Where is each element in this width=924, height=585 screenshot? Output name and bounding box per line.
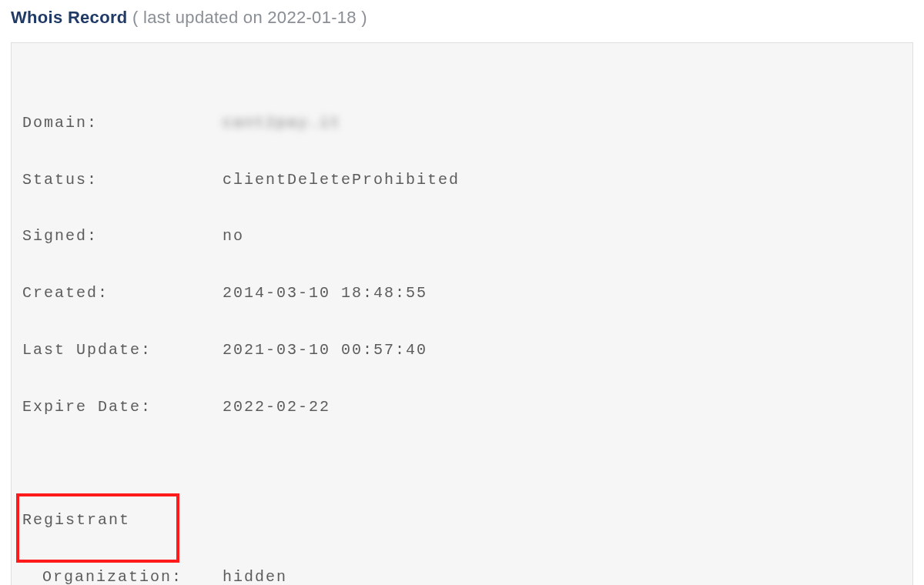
divider xyxy=(11,32,913,35)
whois-panel: Domain:cant2pay.it Status:clientDeletePr… xyxy=(11,42,913,585)
label-signed: Signed: xyxy=(22,227,223,246)
page-title: Whois Record ( last updated on 2022-01-1… xyxy=(11,8,913,28)
value-created: 2014-03-10 18:48:55 xyxy=(223,284,427,303)
value-signed: no xyxy=(223,227,244,246)
label-registrant-org: Organization: xyxy=(42,568,223,585)
value-status: clientDeleteProhibited xyxy=(223,171,460,190)
title-subtitle: ( last updated on 2022-01-18 ) xyxy=(132,8,367,27)
value-registrant-org: hidden xyxy=(223,568,287,585)
title-main: Whois Record xyxy=(11,8,128,27)
label-last-update: Last Update: xyxy=(22,341,223,360)
label-created: Created: xyxy=(22,284,223,303)
label-domain: Domain: xyxy=(22,114,223,133)
section-registrant: Registrant xyxy=(22,511,130,530)
label-status: Status: xyxy=(22,171,223,190)
value-domain: cant2pay.it xyxy=(223,114,341,133)
value-last-update: 2021-03-10 00:57:40 xyxy=(223,341,427,360)
value-expire: 2022-02-22 xyxy=(223,398,330,417)
label-expire: Expire Date: xyxy=(22,398,223,417)
